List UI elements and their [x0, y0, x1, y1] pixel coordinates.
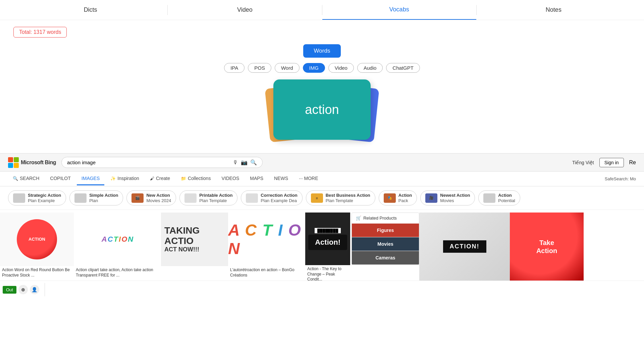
- bing-nav-more[interactable]: ··· MORE: [294, 172, 323, 185]
- bing-nav-news[interactable]: NEWS: [269, 172, 293, 185]
- cat-thumb-potential: [483, 193, 495, 203]
- img-box-clapboard: ████████ Action!: [305, 213, 350, 265]
- cat-thumb-strategic: [13, 193, 25, 203]
- chip-chatgpt[interactable]: ChatGPT: [386, 63, 420, 73]
- nav-dicts[interactable]: Dicts: [13, 0, 167, 19]
- bing-signin-button[interactable]: Sign in: [599, 158, 624, 167]
- cat-thumb-img-business: ≡: [311, 193, 323, 203]
- clapboard-visual: ████████ Action!: [308, 228, 347, 250]
- cat-correction-action[interactable]: Correction ActionPlan Example Dea: [241, 190, 302, 205]
- cat-thumb-simple: [74, 193, 87, 203]
- related-products-panel: 🛒 Related Products Figures Movies Camera…: [352, 213, 419, 265]
- cat-label-potential: ActionPotential: [498, 193, 515, 203]
- img-box-clipart: A C T I O N: [74, 213, 161, 266]
- bottom-icon-2[interactable]: 👤: [30, 285, 39, 294]
- img-box-red-button: ACTION: [0, 213, 74, 266]
- clapboard-related-container: ████████ Action! Action - The Key to Cha…: [305, 213, 419, 265]
- inspiration-icon: ✨: [110, 176, 116, 181]
- bing-right-controls: Tiếng Việt Sign in Re: [572, 158, 636, 167]
- cat-printable-action[interactable]: Printable ActionPlan Template: [179, 190, 237, 205]
- image-item-colorful-action[interactable]: A C T I O N L'autorétroaction en action …: [228, 213, 305, 281]
- clipart-letters: A C T I O N: [102, 235, 133, 244]
- img-box-vision-board: ACTION!: [419, 213, 510, 281]
- bing-search-bar: Microsoft Bing 🎙 📷 🔍 Tiếng Việt Sign in …: [0, 153, 644, 172]
- bing-logo-squares: [8, 157, 19, 168]
- cat-thumb-business: ≡: [311, 193, 323, 203]
- bing-nav-maps[interactable]: MAPS: [245, 172, 268, 185]
- bing-nav-inspiration[interactable]: ✨ Inspiration: [106, 172, 144, 185]
- image-item-vision-board[interactable]: ACTION! How I used Vision Board to achie…: [419, 213, 510, 281]
- colorful-action-letters: A C T I O N: [228, 221, 305, 258]
- cat-action-potential[interactable]: ActionPotential: [478, 190, 520, 205]
- cat-new-action-movies[interactable]: 🎬 New ActionMovies 2024: [126, 190, 176, 205]
- bing-nav-create[interactable]: 🖌 Create: [145, 172, 175, 185]
- chip-pos[interactable]: POS: [248, 63, 271, 73]
- rp-figures-row: Figures: [352, 224, 419, 237]
- image-categories: Strategic ActionPlan Example Simple Acti…: [0, 186, 644, 210]
- nav-notes[interactable]: Notes: [477, 0, 631, 19]
- taking-action-text: TAKING ACTIO ACT NOW!!!: [164, 226, 200, 253]
- flashcard[interactable]: action: [273, 79, 371, 140]
- cat-action-pack[interactable]: 🎭 ActionPack: [379, 190, 417, 205]
- image-item-taking-action[interactable]: TAKING ACTIO ACT NOW!!!: [161, 213, 228, 281]
- image-item-clapboard-related[interactable]: ████████ Action! Action - The Key to Cha…: [305, 213, 419, 281]
- bing-nav-collections-label: Collections: [188, 176, 211, 181]
- chip-ipa[interactable]: IPA: [224, 63, 245, 73]
- nav-vocabs[interactable]: Vocabs: [322, 0, 476, 20]
- nav-video[interactable]: Video: [168, 0, 322, 19]
- cat-newest-action-movies[interactable]: 🎥 Newest ActionMovies: [420, 190, 475, 205]
- cat-thumb-img-potential: [483, 193, 495, 203]
- image-item-red-button[interactable]: ACTION Action Word on Red Round Button B…: [0, 213, 74, 281]
- bing-nav-search-label: SEARCH: [20, 176, 39, 181]
- safe-search-value: Mo: [630, 176, 636, 181]
- bing-logo-red: [8, 157, 13, 162]
- cat-label-movies: New ActionMovies 2024: [146, 193, 171, 203]
- bing-nav-copilot[interactable]: COPILOT: [45, 172, 75, 185]
- cat-thumb-img-pack: 🎭: [384, 193, 396, 203]
- cat-thumb-img-strategic: [13, 193, 25, 203]
- image-item-clipart[interactable]: A C T I O N Action clipart take action, …: [74, 213, 161, 281]
- red-button-visual: ACTION: [17, 219, 57, 259]
- bottom-icon-1[interactable]: ⊕: [18, 285, 28, 294]
- bing-search-input[interactable]: [67, 160, 230, 165]
- rp-movies-button[interactable]: Movies: [352, 237, 419, 251]
- cat-thumb-img-printable: [184, 193, 197, 203]
- bottom-bar: Out ⊕ 👤: [0, 281, 644, 298]
- bing-search-box[interactable]: 🎙 📷 🔍: [61, 157, 263, 168]
- img-label-taking-action: [161, 266, 228, 270]
- bing-language[interactable]: Tiếng Việt: [572, 160, 594, 165]
- cat-thumb-movies: 🎬: [131, 193, 144, 203]
- cat-thumb-img-correction: [246, 193, 258, 203]
- words-button[interactable]: Words: [303, 44, 341, 58]
- cat-strategic-action[interactable]: Strategic ActionPlan Example: [8, 190, 66, 205]
- rp-cameras-button[interactable]: Cameras: [352, 251, 419, 264]
- bing-nav-news-label: NEWS: [274, 176, 288, 181]
- image-item-take-action[interactable]: TakeAction Gregg Fraley Innovation (GFi)…: [510, 213, 584, 281]
- camera-icon[interactable]: 📷: [241, 159, 248, 166]
- bing-nav-inspiration-label: Inspiration: [117, 176, 139, 181]
- clapboard-top: ████████: [315, 228, 341, 233]
- microphone-icon[interactable]: 🎙: [233, 160, 238, 166]
- bing-nav-images[interactable]: IMAGES: [77, 172, 104, 185]
- vision-board-text: ACTION!: [443, 240, 486, 253]
- bing-nav-more-label: ··· MORE: [299, 176, 318, 181]
- bing-nav-videos-label: VIDEOS: [221, 176, 239, 181]
- chip-img[interactable]: IMG: [303, 63, 325, 73]
- image-grid: ACTION Action Word on Red Round Button B…: [0, 210, 644, 281]
- cat-label-correction: Correction ActionPlan Example Dea: [261, 193, 297, 203]
- out-label[interactable]: Out: [3, 286, 16, 294]
- cat-simple-action[interactable]: Simple ActionPlan: [69, 190, 123, 205]
- chip-audio[interactable]: Audio: [357, 63, 383, 73]
- flashcard-word: action: [305, 103, 339, 117]
- cat-best-business[interactable]: ≡ Best Business ActionPlan Template: [306, 190, 375, 205]
- rp-figures-button[interactable]: Figures: [352, 224, 419, 237]
- bing-nav-search[interactable]: 🔍 SEARCH: [8, 172, 44, 185]
- search-icon[interactable]: 🔍: [250, 159, 257, 166]
- filter-chips: IPA POS Word IMG Video Audio ChatGPT: [13, 63, 631, 73]
- vision-board-content: ACTION!: [443, 240, 486, 253]
- chip-video[interactable]: Video: [328, 63, 354, 73]
- bing-nav-collections[interactable]: 📁 Collections: [176, 172, 215, 185]
- letter-o: O: [288, 221, 302, 239]
- chip-word[interactable]: Word: [275, 63, 300, 73]
- bing-nav-videos[interactable]: VIDEOS: [217, 172, 244, 185]
